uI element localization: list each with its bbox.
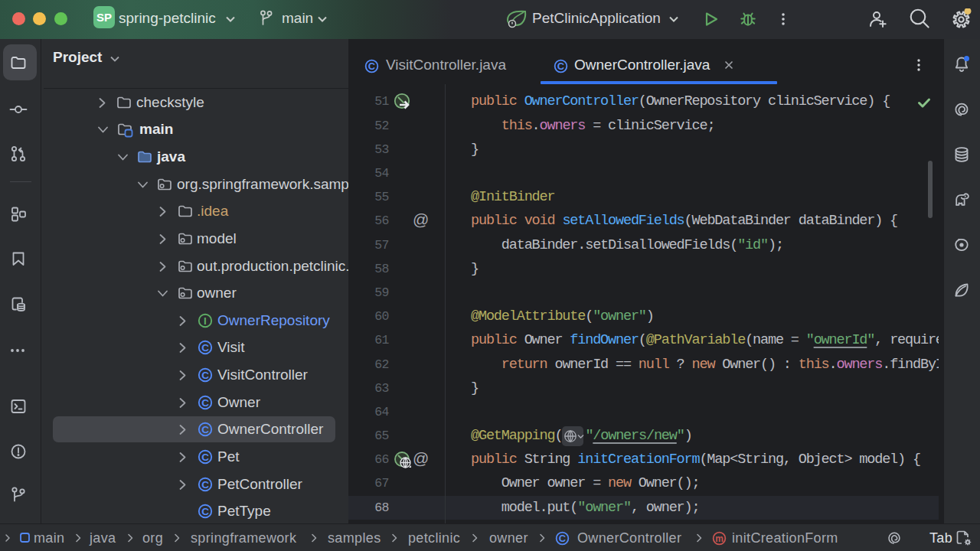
svg-text:C: C — [557, 60, 564, 72]
svg-text:C: C — [201, 370, 209, 381]
svg-text:C: C — [201, 424, 209, 435]
svg-text:I: I — [204, 315, 207, 327]
svg-text:C: C — [201, 452, 209, 463]
svg-text:C: C — [368, 60, 375, 72]
svg-text:C: C — [201, 478, 209, 490]
svg-text:m: m — [715, 533, 724, 544]
svg-text:C: C — [201, 342, 209, 354]
svg-text:C: C — [201, 397, 209, 409]
svg-text:C: C — [559, 533, 566, 544]
svg-text:C: C — [201, 506, 209, 517]
